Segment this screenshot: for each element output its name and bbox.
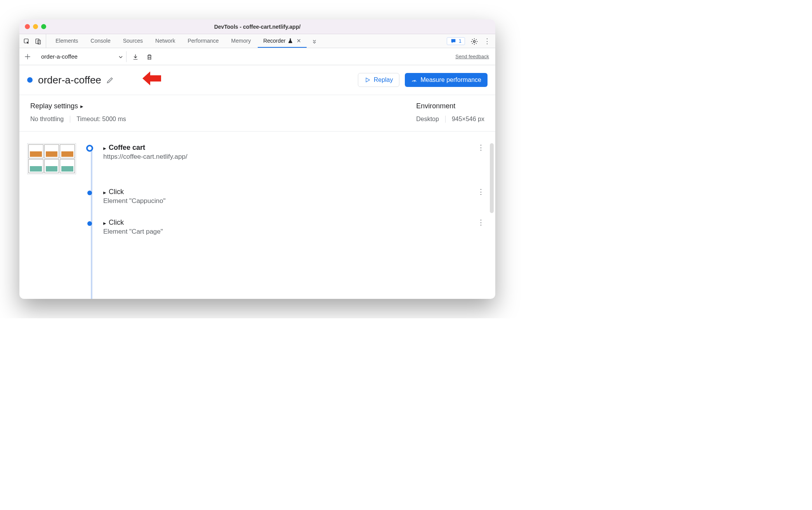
svg-point-4 bbox=[414, 81, 415, 82]
step-title: Coffee cart bbox=[109, 144, 145, 152]
chevron-down-icon bbox=[118, 53, 124, 60]
issues-count: 1 bbox=[459, 38, 462, 44]
recording-selector-dropdown[interactable]: order-a-coffee bbox=[37, 51, 127, 62]
recorder-toolbar: order-a-coffee Send feedback bbox=[19, 48, 495, 65]
measure-performance-button[interactable]: Measure performance bbox=[405, 73, 488, 87]
window-maximize-button[interactable] bbox=[41, 24, 46, 29]
svg-point-3 bbox=[474, 40, 475, 42]
tab-performance[interactable]: Performance bbox=[182, 34, 224, 48]
step-row[interactable]: Click Element "Cappucino" ⋮ bbox=[27, 187, 488, 205]
replay-button[interactable]: Replay bbox=[358, 73, 400, 87]
replay-settings-header[interactable]: Replay settings bbox=[30, 102, 126, 110]
devtools-window: DevTools - coffee-cart.netlify.app/ Elem… bbox=[19, 19, 495, 299]
timeline-node bbox=[87, 191, 92, 195]
recording-title: order-a-coffee bbox=[38, 74, 101, 86]
step-row[interactable]: Click Element "Cart page" ⋮ bbox=[27, 218, 488, 236]
expand-step-icon[interactable] bbox=[103, 218, 106, 227]
tab-memory[interactable]: Memory bbox=[226, 34, 257, 48]
traffic-lights bbox=[25, 24, 46, 29]
recording-dropdown-value: order-a-coffee bbox=[41, 53, 78, 60]
beaker-icon bbox=[287, 37, 293, 44]
timeout-value[interactable]: Timeout: 5000 ms bbox=[76, 116, 126, 123]
tab-close-icon[interactable]: ✕ bbox=[297, 38, 301, 44]
step-menu-icon[interactable]: ⋮ bbox=[474, 187, 488, 196]
annotation-arrow bbox=[142, 71, 162, 88]
step-subtitle: https://coffee-cart.netlify.app/ bbox=[103, 153, 187, 161]
settings-row: Replay settings No throttling Timeout: 5… bbox=[19, 95, 495, 132]
export-icon[interactable] bbox=[132, 52, 139, 61]
tab-recorder[interactable]: Recorder ✕ bbox=[258, 34, 307, 48]
measure-button-label: Measure performance bbox=[420, 76, 481, 83]
step-subtitle: Element "Cappucino" bbox=[103, 197, 165, 205]
delete-icon[interactable] bbox=[146, 52, 153, 61]
device-toggle-icon[interactable] bbox=[35, 36, 42, 45]
tab-network[interactable]: Network bbox=[150, 34, 180, 48]
chevron-right-icon bbox=[80, 102, 83, 110]
issues-badge[interactable]: 1 bbox=[447, 37, 465, 45]
step-subtitle: Element "Cart page" bbox=[103, 228, 163, 236]
steps-timeline: Coffee cart https://coffee-cart.netlify.… bbox=[19, 132, 495, 299]
step-menu-icon[interactable]: ⋮ bbox=[474, 143, 488, 152]
replay-button-label: Replay bbox=[374, 76, 393, 83]
send-feedback-link[interactable]: Send feedback bbox=[455, 54, 489, 59]
inspect-element-icon[interactable] bbox=[23, 36, 30, 45]
window-minimize-button[interactable] bbox=[33, 24, 38, 29]
window-close-button[interactable] bbox=[25, 24, 30, 29]
more-menu-icon[interactable]: ⋮ bbox=[484, 37, 491, 45]
timeline-node bbox=[87, 221, 92, 226]
devtools-tabstrip: Elements Console Sources Network Perform… bbox=[19, 34, 495, 48]
step-title: Click bbox=[109, 188, 124, 196]
environment-header: Environment bbox=[416, 102, 484, 110]
tab-elements[interactable]: Elements bbox=[50, 34, 83, 48]
throttling-value[interactable]: No throttling bbox=[30, 116, 64, 123]
tab-sources[interactable]: Sources bbox=[118, 34, 148, 48]
more-tabs-icon[interactable] bbox=[308, 34, 321, 48]
viewport-value: 945×546 px bbox=[452, 116, 484, 123]
tab-console[interactable]: Console bbox=[85, 34, 116, 48]
window-title: DevTools - coffee-cart.netlify.app/ bbox=[19, 24, 495, 30]
step-title: Click bbox=[109, 219, 124, 227]
new-recording-button[interactable] bbox=[23, 52, 32, 61]
step-menu-icon[interactable]: ⋮ bbox=[474, 218, 488, 227]
device-value: Desktop bbox=[416, 116, 439, 123]
title-bar: DevTools - coffee-cart.netlify.app/ bbox=[19, 19, 495, 34]
expand-step-icon[interactable] bbox=[103, 187, 106, 196]
step-thumbnail[interactable] bbox=[27, 143, 76, 174]
settings-gear-icon[interactable] bbox=[470, 36, 478, 45]
edit-title-icon[interactable] bbox=[106, 76, 114, 85]
scrollbar[interactable] bbox=[490, 143, 494, 213]
expand-step-icon[interactable] bbox=[103, 143, 106, 152]
timeline-node bbox=[86, 145, 93, 152]
recording-header: order-a-coffee Replay Measure performanc… bbox=[19, 65, 495, 95]
recording-status-dot bbox=[27, 77, 33, 83]
svg-rect-1 bbox=[36, 39, 39, 43]
step-row[interactable]: Coffee cart https://coffee-cart.netlify.… bbox=[27, 143, 488, 174]
